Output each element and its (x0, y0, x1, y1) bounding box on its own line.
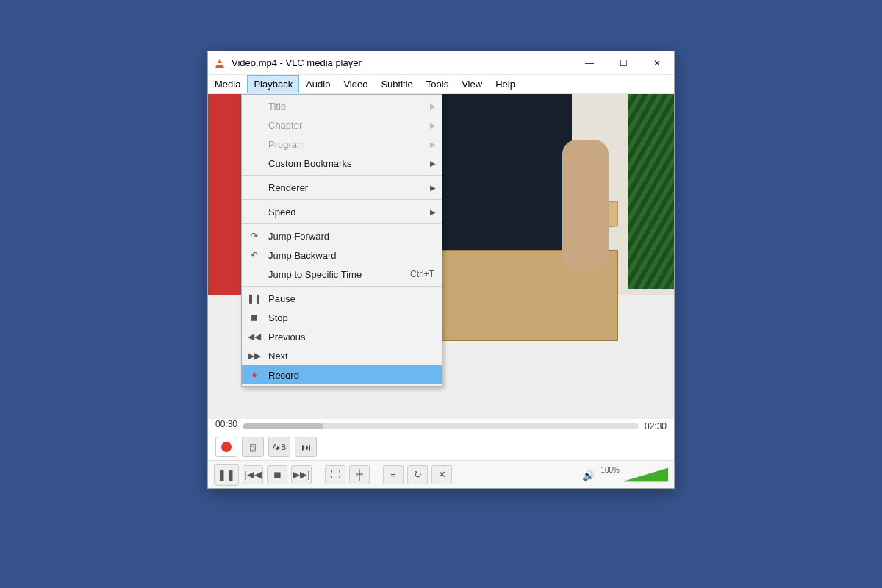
frame-step-button[interactable]: ⏭ (295, 437, 317, 457)
menu-separator (242, 199, 442, 200)
playlist-button[interactable]: ≡ (383, 465, 404, 484)
record-icon (221, 442, 232, 452)
menu-item-label: Next (268, 351, 434, 362)
volume-control[interactable]: 🔊 100% (582, 466, 668, 483)
menu-tools[interactable]: Tools (420, 75, 455, 93)
window-title: Video.mp4 - VLC media player (232, 57, 573, 68)
pause-button[interactable]: ❚❚ (214, 464, 239, 486)
fullscreen-button[interactable]: ⛶ (325, 465, 345, 484)
menu-item-label: Jump to Specific Time (268, 269, 410, 280)
menu-item-label: Speed (268, 207, 434, 218)
menu-playback[interactable]: Playback (247, 75, 299, 93)
seek-bar[interactable] (243, 423, 639, 429)
stop-button[interactable]: ◼ (267, 465, 287, 484)
minimize-button[interactable]: — (573, 51, 606, 74)
video-area[interactable]: Title▶Chapter▶Program▶Custom Bookmarks▶R… (208, 94, 674, 419)
menu-item-label: Title (268, 101, 434, 112)
menu-subtitle[interactable]: Subtitle (374, 75, 419, 93)
menu-item-pause[interactable]: ❚❚Pause (242, 289, 442, 308)
menu-audio[interactable]: Audio (299, 75, 337, 93)
seek-row: 00:30 02:30 (208, 419, 674, 434)
menu-separator (242, 223, 442, 224)
record-icon: ● (248, 370, 261, 380)
menubar: MediaPlaybackAudioVideoSubtitleToolsView… (208, 75, 674, 94)
next-icon: ▶▶ (248, 351, 261, 361)
shuffle-button[interactable]: ✕ (431, 465, 452, 484)
snapshot-button[interactable]: ⌼ (242, 437, 264, 457)
menu-separator (242, 175, 442, 176)
time-total: 02:30 (645, 421, 667, 431)
submenu-chevron-icon: ▶ (430, 184, 436, 192)
menu-item-jump-backward[interactable]: ↶Jump Backward (242, 245, 442, 265)
menu-item-jump-to-specific-time[interactable]: Jump to Specific TimeCtrl+T (242, 265, 442, 284)
menu-item-previous[interactable]: ◀◀Previous (242, 327, 442, 346)
menu-item-speed[interactable]: Speed▶ (242, 202, 442, 221)
vlc-cone-icon (214, 57, 226, 69)
menu-item-record[interactable]: ●Record (242, 365, 442, 384)
menu-view[interactable]: View (455, 75, 489, 93)
menu-item-label: Renderer (268, 182, 434, 193)
volume-label: 100% (600, 466, 620, 474)
stop-icon: ◼ (248, 312, 261, 323)
menu-item-title: Title▶ (242, 96, 442, 115)
menu-item-label: Custom Bookmarks (268, 158, 434, 169)
menu-item-renderer[interactable]: Renderer▶ (242, 178, 442, 197)
pause-icon: ❚❚ (248, 293, 261, 304)
menu-item-jump-forward[interactable]: ↷Jump Forward (242, 226, 442, 245)
menu-item-label: Stop (268, 312, 434, 323)
menu-item-label: Record (268, 370, 434, 381)
jump-backward-icon: ↶ (248, 250, 261, 260)
submenu-chevron-icon: ▶ (430, 208, 436, 216)
menu-item-program: Program▶ (242, 135, 442, 154)
menu-item-label: Previous (268, 331, 434, 343)
jump-forward-icon: ↷ (248, 231, 261, 241)
app-window: Video.mp4 - VLC media player — ☐ ✕ Media… (207, 51, 675, 489)
menu-item-next[interactable]: ▶▶Next (242, 346, 442, 365)
menu-item-label: Pause (268, 293, 434, 304)
menu-item-label: Chapter (268, 120, 434, 131)
close-button[interactable]: ✕ (640, 51, 674, 74)
volume-slider[interactable] (624, 467, 668, 483)
menu-item-stop[interactable]: ◼Stop (242, 308, 442, 327)
menu-item-label: Jump Backward (268, 250, 434, 261)
playback-menu-dropdown: Title▶Chapter▶Program▶Custom Bookmarks▶R… (241, 94, 442, 387)
submenu-chevron-icon: ▶ (430, 121, 436, 129)
next-button[interactable]: ▶▶| (291, 465, 312, 484)
menu-item-label: Jump Forward (268, 231, 434, 242)
main-controls-row: ❚❚|◀◀◼▶▶|⛶╪≡↻✕ 🔊 100% (208, 460, 674, 488)
accelerator-label: Ctrl+T (410, 269, 434, 279)
menu-separator (242, 286, 442, 287)
previous-icon: ◀◀ (248, 331, 261, 342)
titlebar: Video.mp4 - VLC media player — ☐ ✕ (208, 51, 674, 75)
menu-item-custom-bookmarks[interactable]: Custom Bookmarks▶ (242, 154, 442, 173)
window-buttons: — ☐ ✕ (573, 51, 674, 74)
menu-video[interactable]: Video (337, 75, 374, 93)
advanced-controls-row: ⌼ A▸B ⏭ (208, 434, 674, 460)
submenu-chevron-icon: ▶ (430, 140, 436, 148)
ab-loop-button[interactable]: A▸B (268, 437, 290, 457)
menu-media[interactable]: Media (208, 75, 247, 93)
maximize-button[interactable]: ☐ (606, 51, 640, 74)
time-elapsed-label: 00:30 (215, 419, 237, 429)
record-button[interactable] (215, 437, 237, 457)
previous-button[interactable]: |◀◀ (243, 465, 263, 484)
menu-item-label: Program (268, 139, 434, 150)
speaker-icon[interactable]: 🔊 (582, 470, 595, 481)
menu-help[interactable]: Help (489, 75, 522, 93)
loop-button[interactable]: ↻ (407, 465, 428, 484)
submenu-chevron-icon: ▶ (430, 159, 436, 168)
submenu-chevron-icon: ▶ (430, 102, 436, 110)
extended-button[interactable]: ╪ (349, 465, 370, 484)
menu-item-chapter: Chapter▶ (242, 115, 442, 135)
